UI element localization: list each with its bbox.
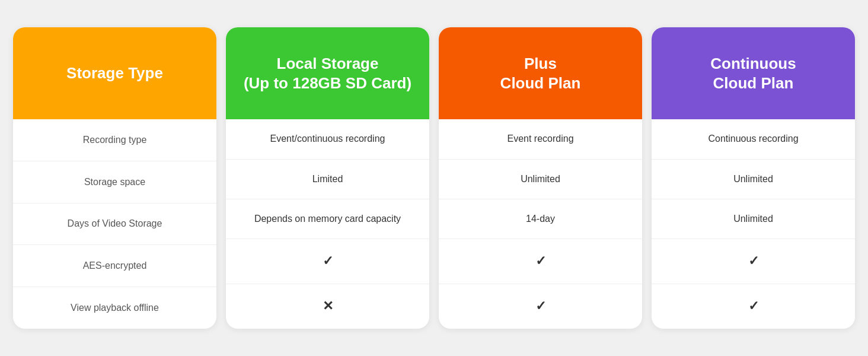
- label-row-offline: View playback offline: [13, 287, 216, 329]
- plus-row-storage-space: Unlimited: [439, 160, 642, 199]
- continuous-body: Continuous recording Unlimited Unlimited…: [652, 119, 855, 329]
- plus-header-text: Plus Cloud Plan: [500, 54, 581, 93]
- plus-row-offline: ✓: [439, 284, 642, 329]
- plus-row-days-storage: 14-day: [439, 199, 642, 239]
- local-row-aes: ✓: [226, 239, 429, 284]
- label-header-text: Storage Type: [66, 63, 163, 83]
- continuous-header: Continuous Cloud Plan: [652, 27, 855, 119]
- plus-row-aes: ✓: [439, 239, 642, 284]
- local-row-days-storage: Depends on memory card capacity: [226, 199, 429, 239]
- local-body: Event/continuous recording Limited Depen…: [226, 119, 429, 329]
- label-row-storage-space: Storage space: [13, 161, 216, 204]
- continuous-row-storage-space: Unlimited: [652, 160, 855, 199]
- check-icon: ✓: [535, 297, 546, 316]
- local-header: Local Storage (Up to 128GB SD Card): [226, 27, 429, 119]
- continuous-row-days-storage: Unlimited: [652, 199, 855, 239]
- check-icon: ✓: [535, 252, 546, 271]
- continuous-row-aes: ✓: [652, 239, 855, 284]
- local-row-recording-type: Event/continuous recording: [226, 119, 429, 159]
- plus-column: Plus Cloud Plan Event recording Unlimite…: [439, 27, 642, 329]
- label-body: Recording type Storage space Days of Vid…: [13, 119, 216, 329]
- check-icon: ✓: [323, 252, 333, 271]
- cross-icon: ✕: [323, 297, 333, 316]
- check-icon: ✓: [748, 252, 759, 271]
- plus-header: Plus Cloud Plan: [439, 27, 642, 119]
- check-icon: ✓: [748, 297, 759, 316]
- label-column: Storage Type Recording type Storage spac…: [13, 27, 216, 329]
- plus-row-recording-type: Event recording: [439, 119, 642, 159]
- plus-body: Event recording Unlimited 14-day ✓ ✓: [439, 119, 642, 329]
- continuous-header-text: Continuous Cloud Plan: [710, 54, 796, 93]
- continuous-row-recording-type: Continuous recording: [652, 119, 855, 159]
- continuous-column: Continuous Cloud Plan Continuous recordi…: [652, 27, 855, 329]
- local-header-text: Local Storage (Up to 128GB SD Card): [244, 54, 411, 93]
- comparison-table: Storage Type Recording type Storage spac…: [13, 27, 855, 329]
- label-row-recording-type: Recording type: [13, 119, 216, 161]
- continuous-row-offline: ✓: [652, 284, 855, 329]
- label-row-days-storage: Days of Video Storage: [13, 204, 216, 246]
- local-row-storage-space: Limited: [226, 160, 429, 199]
- label-row-aes: AES-encrypted: [13, 245, 216, 287]
- local-row-offline: ✕: [226, 284, 429, 329]
- local-column: Local Storage (Up to 128GB SD Card) Even…: [226, 27, 429, 329]
- label-header: Storage Type: [13, 27, 216, 119]
